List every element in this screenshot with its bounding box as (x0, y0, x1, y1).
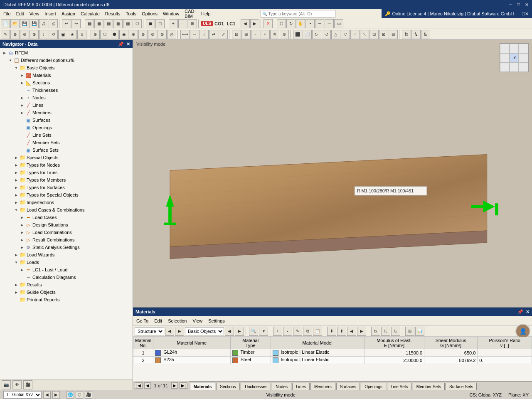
add-row-btn[interactable]: + (273, 327, 282, 336)
tab-materials[interactable]: Materials (190, 383, 215, 390)
next-record-btn[interactable]: ▶ (357, 327, 366, 336)
open-btn[interactable]: 📂 (10, 19, 20, 28)
select-btn[interactable]: ⬡ (277, 19, 286, 28)
t2-6[interactable]: ⟲ (49, 30, 58, 39)
view5-btn[interactable]: ▦ (123, 19, 132, 28)
status-btn2[interactable]: ▶ (52, 391, 60, 399)
basic-objects-filter[interactable]: Basic Objects (185, 327, 224, 335)
view6-btn[interactable]: ⬡ (133, 19, 142, 28)
calc-btn[interactable]: ✕ (264, 19, 273, 28)
status-icon3[interactable]: 🎥 (85, 391, 92, 399)
t2-19[interactable]: ⟷ (180, 30, 190, 39)
cube-tm[interactable] (510, 44, 519, 53)
tree-types-nodes[interactable]: ▶ 📁 Types for Nodes (0, 161, 133, 169)
row1-name[interactable]: GL24h (153, 349, 231, 357)
view3-btn[interactable]: ▦ (104, 19, 113, 28)
obj-prev-btn[interactable]: ◀ (225, 327, 234, 336)
t2-17[interactable]: ⊚ (158, 30, 167, 39)
menu-insert[interactable]: Insert (42, 10, 59, 17)
menu-results[interactable]: Results (103, 10, 123, 17)
paste-row-btn[interactable]: 📋 (313, 327, 322, 336)
t2-11[interactable]: ⬡ (100, 30, 109, 39)
t2-7[interactable]: ▣ (58, 30, 67, 39)
maximize-btn[interactable]: □ (517, 2, 520, 7)
t2-20[interactable]: ↔ (190, 30, 199, 39)
filter-table-btn[interactable]: ▾ (259, 327, 268, 336)
tree-static-analysis[interactable]: ▶ ⚙ Static Analysis Settings (0, 244, 133, 251)
export-btn[interactable]: ⬆ (337, 327, 346, 336)
tab-openings[interactable]: Openings (361, 383, 386, 390)
minimize-btn[interactable]: ─ (509, 2, 512, 7)
tree-surface-sets[interactable]: ▶ ▣ Surface Sets (0, 146, 133, 154)
render-btn[interactable]: ◼ (146, 19, 155, 28)
surface-btn[interactable]: ▭ (334, 19, 343, 28)
tab-thicknesses[interactable]: Thicknesses (241, 383, 271, 390)
first-page-btn[interactable]: |◀ (135, 382, 143, 389)
t2-24[interactable]: ⊟ (232, 30, 241, 39)
t2-34[interactable]: △ (331, 30, 340, 39)
status-btn1[interactable]: ◀ (43, 391, 51, 399)
nav-video-btn[interactable]: 🎥 (23, 380, 32, 389)
rotate-btn[interactable]: ↻ (286, 19, 296, 28)
cs-selector[interactable]: 1 - Global XYZ (3, 391, 42, 399)
table-row[interactable]: 2 S235 Steel Isotropic | L (133, 357, 532, 364)
tree-lc1-load[interactable]: ▶ ━ LC1 - Last / Load (0, 266, 133, 273)
wireframe-btn[interactable]: ◻ (155, 19, 165, 28)
window-restore-right[interactable]: □ (522, 11, 525, 16)
search-input[interactable] (261, 10, 335, 17)
t2-40[interactable]: ⊟ (389, 30, 398, 39)
tree-types-members[interactable]: ▶ 📁 Types for Members (0, 176, 133, 184)
tree-surfaces[interactable]: ▶ ▣ Surfaces (0, 116, 133, 124)
t2-1[interactable]: ✎ (1, 30, 10, 39)
save-btn[interactable]: 💾 (20, 19, 29, 28)
t2-38[interactable]: ⊡ (369, 30, 379, 39)
tab-sections[interactable]: Sections (216, 383, 239, 390)
formula2-btn[interactable]: f₁ (381, 327, 390, 336)
menu-tools[interactable]: Tools (123, 10, 139, 17)
menu-help[interactable]: Help (199, 10, 213, 17)
prev-record-btn[interactable]: ◀ (347, 327, 356, 336)
prev-btn[interactable]: ◀ (241, 19, 250, 28)
nav-camera-btn[interactable]: 📷 (2, 380, 11, 389)
settings-menu[interactable]: Settings (207, 318, 227, 324)
edit-row-btn[interactable]: ✎ (293, 327, 302, 336)
delete-row-btn[interactable]: - (283, 327, 292, 336)
t2-12[interactable]: ⬢ (110, 30, 119, 39)
zoom-fit-btn[interactable]: ⊞ (188, 19, 197, 28)
nav-cube[interactable]: -Y (500, 43, 529, 72)
cube-center[interactable]: -Y (510, 53, 519, 63)
filter-prev-btn[interactable]: ◀ (165, 327, 174, 336)
tree-sections[interactable]: ▶ 📐 Sections (0, 79, 133, 86)
redo-btn[interactable]: ↪ (71, 19, 81, 28)
t2-5[interactable]: ↕ (39, 30, 48, 39)
tree-model[interactable]: ▼ 📋 Different model options.rf6 (0, 57, 133, 64)
undo-btn[interactable]: ↩ (62, 19, 71, 28)
cube-tr[interactable] (519, 44, 528, 53)
tree-guide-objects[interactable]: ▶ 📁 Guide Objects (0, 288, 133, 296)
tree-calc-diagrams[interactable]: ▶ ━ Calculation Diagrams (0, 273, 133, 281)
tree-design-situations[interactable]: ▶ ▷ Design Situations (0, 221, 133, 229)
formula3-btn[interactable]: f₂ (391, 327, 400, 336)
tree-nodes[interactable]: ▶ • Nodes (0, 94, 133, 101)
tab-surfaces[interactable]: Surfaces (336, 383, 360, 390)
structure-filter[interactable]: Structure (135, 327, 164, 335)
line-btn[interactable]: ─ (315, 19, 324, 28)
tab-surface-sets[interactable]: Surface Sets (446, 383, 477, 390)
prev-page-btn[interactable]: ◀ (144, 382, 151, 389)
cube-bm[interactable] (510, 62, 519, 72)
panel-close-btn[interactable]: ✕ (526, 309, 530, 315)
cube-bl[interactable] (500, 62, 510, 72)
tree-special-objects[interactable]: ▶ 📁 Special Objects (0, 154, 133, 161)
t2-27[interactable]: ≈ (261, 30, 270, 39)
menu-file[interactable]: File (1, 10, 13, 17)
pan-btn[interactable]: ✋ (296, 19, 305, 28)
tree-load-combinations[interactable]: ▶ ▷ Load Combinations (0, 229, 133, 236)
tree-result-combinations[interactable]: ▶ ▷ Result Combinations (0, 236, 133, 244)
tree-rfem[interactable]: ▶ 🗂 RFEM (0, 49, 133, 57)
status-icon2[interactable]: ⬡ (76, 391, 83, 399)
t2-33[interactable]: ◁ (322, 30, 331, 39)
t2-37[interactable]: ⟍ (360, 30, 369, 39)
tree-printout-reports[interactable]: ▶ 📁 Printout Reports (0, 296, 133, 303)
t2-36[interactable]: ⟋ (350, 30, 360, 39)
tree-loads[interactable]: ▼ 📁 Loads (0, 259, 133, 266)
